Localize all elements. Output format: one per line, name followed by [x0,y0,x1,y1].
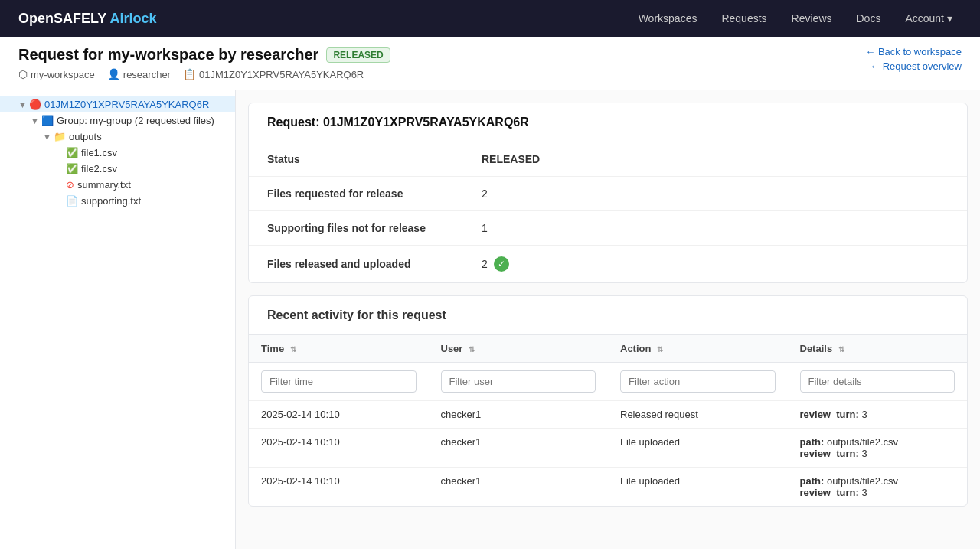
row1-user: checker1 [429,429,609,468]
main-content: Request: 01JM1Z0Y1XPRV5RAYA5YKARQ6R Stat… [236,90,980,549]
row2-details-line1: path: outputs/file2.csv [800,475,956,487]
row2-time: 2025-02-14 10:10 [249,468,429,507]
sort-user-icon: ⇅ [469,345,475,354]
request-overview-link[interactable]: ← Request overview [870,60,962,72]
request-id-heading: Request: 01JM1Z0Y1XPRV5RAYA5YKARQ6R [267,116,949,129]
row0-time: 2025-02-14 10:10 [249,401,429,429]
nav-docs[interactable]: Docs [848,8,890,29]
tree-group-label: Group: my-group (2 requested files) [57,115,229,126]
table-row: 2025-02-14 10:10 checker1 File uploaded … [249,468,967,507]
breadcrumb-user: 👤 researcher [107,68,171,80]
row1-review-key: review_turn: [800,448,859,459]
brand-airlock: Airlock [109,11,156,26]
folder-icon: 📁 [54,131,66,142]
row2-user: checker1 [429,468,609,507]
row1-time: 2025-02-14 10:10 [249,429,429,468]
filter-user-cell [429,363,609,401]
table-row: 2025-02-14 10:10 checker1 File uploaded … [249,429,967,468]
status-value: RELEASED [482,153,540,165]
user-icon: 👤 [107,68,120,80]
table-row: 2025-02-14 10:10 checker1 Released reque… [249,401,967,429]
file-supporting-icon-3: 📄 [66,195,78,207]
chevron-down-icon: ▾ [947,12,952,24]
file-approved-icon-1: ✅ [66,163,78,174]
brand-open: Open [18,11,54,26]
breadcrumb-request-id: 📋 01JM1Z0Y1XPRV5RAYA5YKARQ6R [183,68,364,80]
col-header-time[interactable]: Time ⇅ [249,335,429,363]
page-title: Request for my-workspace by researcher R… [18,46,390,64]
page-header-right: ← Back to workspace ← Request overview [865,46,962,72]
info-label-released: Files released and uploaded [267,258,482,270]
row2-path-key: path: [800,475,825,487]
nav-reviews[interactable]: Reviews [782,8,841,29]
info-label-status: Status [267,153,482,165]
row0-details-val: 3 [861,409,867,420]
row1-details: path: outputs/file2.csv review_turn: 3 [788,429,968,468]
row2-review-val: 3 [861,487,867,498]
info-row-supporting: Supporting files not for release 1 [249,211,967,246]
info-row-status: Status RELEASED [249,142,967,177]
top-navigation: OpenSAFELY Airlock Workspaces Requests R… [0,0,980,37]
activity-table: Time ⇅ User ⇅ Action ⇅ Details [249,335,967,506]
filter-time-cell [249,363,429,401]
tree-file-label-2: summary.txt [77,179,229,191]
page-header: Request for my-workspace by researcher R… [0,37,980,90]
filter-row [249,363,967,401]
brand-safely: SAFELY [54,11,109,26]
col-header-details[interactable]: Details ⇅ [788,335,968,363]
activity-header: Recent activity for this request [249,296,967,335]
row1-details-line1: path: outputs/file2.csv [800,436,956,448]
tree-toggle-root: ▼ [18,100,29,109]
tree-file-3[interactable]: 📄 supporting.txt [0,193,235,209]
nav-requests[interactable]: Requests [712,8,776,29]
sort-action-icon: ⇅ [657,345,663,354]
row2-action: File uploaded [608,468,788,507]
tree-file-label-1: file2.csv [81,163,229,174]
tree-group[interactable]: ▼ 🟦 Group: my-group (2 requested files) [0,112,235,129]
filter-action-cell [608,363,788,401]
tree-outputs[interactable]: ▼ 📁 outputs [0,129,235,145]
main-layout: ▼ 🔴 01JM1Z0Y1XPRV5RAYA5YKARQ6R ▼ 🟦 Group… [0,90,980,549]
filter-time-input[interactable] [261,370,416,393]
tree-file-2[interactable]: ⊘ summary.txt [0,177,235,193]
request-card-header: Request: 01JM1Z0Y1XPRV5RAYA5YKARQ6R [249,103,967,142]
col-header-user[interactable]: User ⇅ [429,335,609,363]
info-label-files-requested: Files requested for release [267,187,482,200]
info-value-files-requested: 2 [482,187,488,200]
info-row-released: Files released and uploaded 2 ✓ [249,246,967,282]
tree-file-0[interactable]: ✅ file1.csv [0,145,235,161]
group-icon: 🟦 [41,115,54,126]
row2-review-key: review_turn: [800,487,859,498]
filter-details-cell [788,363,968,401]
account-label: Account [905,12,944,24]
row2-path-val: outputs/file2.csv [827,475,898,487]
sort-details-icon: ⇅ [838,345,844,354]
request-info-card: Request: 01JM1Z0Y1XPRV5RAYA5YKARQ6R Stat… [248,103,968,283]
row0-action: Released request [608,401,788,429]
check-icon: ✓ [494,256,509,272]
request-icon: 📋 [183,68,196,80]
tree-file-1[interactable]: ✅ file2.csv [0,161,235,177]
col-header-action[interactable]: Action ⇅ [608,335,788,363]
activity-card: Recent activity for this request Time ⇅ … [248,295,968,507]
tree-outputs-label: outputs [69,131,229,142]
activity-title: Recent activity for this request [267,308,949,322]
info-value-status: RELEASED [482,153,540,165]
info-row-files-requested: Files requested for release 2 [249,177,967,211]
row0-details: review_turn: 3 [788,401,968,429]
account-menu[interactable]: Account ▾ [896,8,962,29]
filter-user-input[interactable] [441,370,596,393]
row1-path-key: path: [800,436,825,448]
tree-root[interactable]: ▼ 🔴 01JM1Z0Y1XPRV5RAYA5YKARQ6R [0,96,235,112]
nav-workspaces[interactable]: Workspaces [629,8,707,29]
brand-logo[interactable]: OpenSAFELY Airlock [18,11,156,27]
back-to-workspace-link[interactable]: ← Back to workspace [865,46,962,57]
row1-path-val: outputs/file2.csv [827,436,898,448]
page-header-left: Request for my-workspace by researcher R… [18,46,390,80]
info-value-released: 2 ✓ [482,256,509,272]
row1-review-val: 3 [861,448,867,459]
file-rejected-icon-2: ⊘ [66,179,74,191]
filter-details-input[interactable] [800,370,956,393]
filter-action-input[interactable] [620,370,776,393]
row2-details-line2: review_turn: 3 [800,487,956,498]
